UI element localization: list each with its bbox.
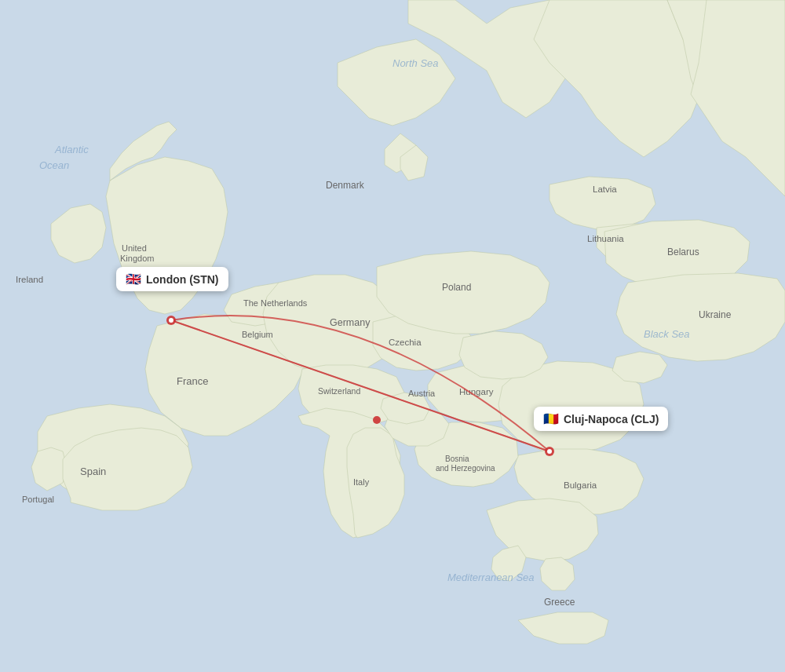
svg-text:United: United (122, 243, 147, 253)
svg-text:Ukraine: Ukraine (699, 309, 732, 320)
svg-text:Czechia: Czechia (389, 338, 422, 347)
romania-flag-icon: 🇷🇴 (543, 411, 559, 426)
svg-text:Denmark: Denmark (326, 180, 365, 191)
svg-text:Portugal: Portugal (22, 495, 54, 504)
london-label: 🇬🇧 London (STN) (116, 267, 228, 291)
svg-text:Italy: Italy (353, 477, 370, 487)
svg-text:Belarus: Belarus (667, 247, 699, 257)
svg-text:Ireland: Ireland (16, 275, 43, 284)
svg-text:Spain: Spain (80, 466, 106, 477)
cluj-label-text: Cluj-Napoca (CLJ) (564, 413, 659, 425)
svg-text:Atlantic: Atlantic (54, 144, 89, 155)
svg-text:Mediterranean Sea: Mediterranean Sea (447, 572, 535, 583)
svg-text:Black Sea: Black Sea (644, 328, 690, 340)
svg-text:and Herzegovina: and Herzegovina (436, 464, 495, 473)
uk-flag-icon: 🇬🇧 (126, 272, 141, 287)
svg-text:Greece: Greece (544, 597, 575, 608)
svg-text:Bosnia: Bosnia (445, 455, 469, 463)
svg-text:Hungary: Hungary (459, 387, 494, 396)
svg-text:Latvia: Latvia (593, 184, 617, 194)
svg-text:Ocean: Ocean (39, 159, 69, 171)
svg-text:Switzerland: Switzerland (318, 386, 360, 396)
svg-text:The Netherlands: The Netherlands (243, 298, 308, 308)
svg-text:Austria: Austria (408, 389, 436, 398)
svg-text:Germany: Germany (330, 317, 371, 328)
svg-text:Lithuania: Lithuania (587, 234, 624, 243)
svg-text:Kingdom: Kingdom (120, 254, 154, 263)
svg-text:Bulgaria: Bulgaria (564, 480, 597, 490)
svg-text:Poland: Poland (442, 282, 471, 293)
svg-text:France: France (177, 375, 208, 387)
svg-text:North Sea: North Sea (392, 57, 439, 69)
london-label-text: London (STN) (146, 273, 219, 286)
cluj-label: 🇷🇴 Cluj-Napoca (CLJ) (534, 407, 668, 431)
svg-text:Belgium: Belgium (242, 330, 273, 339)
map-container: Atlantic Ocean North Sea Black Sea Medit… (0, 0, 785, 672)
